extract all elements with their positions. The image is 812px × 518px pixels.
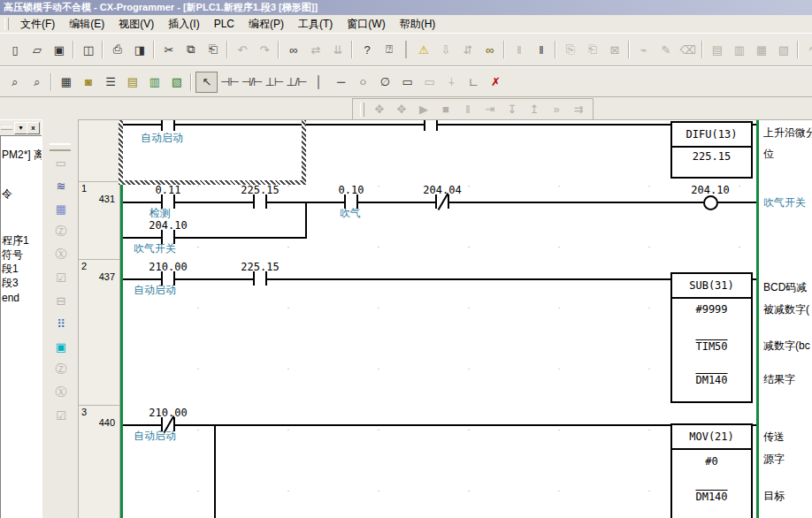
menu-edit[interactable]: 编辑(E) bbox=[62, 15, 111, 34]
multi-find-icon[interactable]: ⇊ bbox=[327, 40, 348, 59]
frame-check-icon[interactable]: ☑ bbox=[50, 406, 71, 425]
pan-hand-icon[interactable]: ✥ bbox=[369, 100, 389, 119]
connect-tool-icon[interactable]: ∟ bbox=[463, 72, 484, 92]
horizontal-tool-icon[interactable]: ─ bbox=[331, 72, 351, 92]
sim-fast-forward-icon[interactable]: » bbox=[546, 100, 566, 119]
sim-run-icon[interactable]: ▶ bbox=[413, 100, 433, 119]
compile-check-icon[interactable]: ◫ bbox=[78, 40, 98, 59]
watch-check-icon[interactable]: ☑ bbox=[50, 268, 71, 287]
new-file-icon[interactable]: ▯ bbox=[4, 40, 25, 59]
sim-step-run-icon[interactable]: ⇥ bbox=[479, 100, 500, 119]
menu-program[interactable]: 编程(P) bbox=[241, 15, 291, 34]
zoom-in-icon[interactable]: ⌕ bbox=[4, 72, 25, 92]
differential-monitor-icon[interactable]: ∿ bbox=[802, 40, 812, 59]
watch-z-icon[interactable]: Ⓩ bbox=[50, 222, 71, 241]
save-project-icon[interactable]: ▣ bbox=[49, 40, 69, 59]
page-delete-icon[interactable]: ⊠ bbox=[604, 40, 624, 59]
tree-item-section1[interactable]: 段1 bbox=[2, 262, 19, 277]
tree-item-symbols[interactable]: 符号 bbox=[2, 248, 23, 263]
project-tree[interactable]: PM2*] 离 令 程序1 符号 段1 段3 end bbox=[0, 135, 42, 518]
sim-pause-icon[interactable]: ‖ bbox=[457, 100, 478, 119]
search-replace-icon[interactable]: ⇄ bbox=[305, 40, 326, 59]
print-preview-icon[interactable]: ◨ bbox=[129, 40, 149, 59]
transfer-to-plc-icon[interactable]: ⇩ bbox=[435, 40, 456, 59]
watch-x-icon[interactable]: Ⓧ bbox=[50, 245, 71, 264]
rung-annotation-icon[interactable]: ☰ bbox=[100, 72, 120, 92]
window-title-bar[interactable]: 高压锁模手动不合模 - CX-Programmer - [新PLC1.新程序1.… bbox=[0, 0, 812, 15]
grid-dots-icon[interactable]: ▦ bbox=[50, 199, 71, 218]
rung2-contact-2[interactable] bbox=[253, 271, 267, 286]
io-comment-view-icon[interactable]: ▤ bbox=[122, 72, 142, 92]
online-edit-send-icon[interactable]: ⌁ bbox=[633, 40, 654, 59]
new-closed-contact-icon[interactable]: ⊣/⊢ bbox=[241, 72, 262, 92]
find-error-icon[interactable]: ∞ bbox=[479, 40, 500, 59]
page-up-copy-icon[interactable]: ⎗ bbox=[582, 40, 602, 59]
tree-item-commands[interactable]: 令 bbox=[2, 187, 12, 202]
panel-collapse-button[interactable]: ▾ bbox=[14, 122, 27, 134]
paste-icon[interactable]: ⎗ bbox=[203, 40, 223, 59]
block-view-icon[interactable]: ▧ bbox=[166, 72, 187, 92]
new-instruction-icon[interactable]: ▭ bbox=[397, 72, 417, 92]
panel-caption[interactable]: ▾ x bbox=[0, 119, 42, 136]
online-edit-begin-icon[interactable]: ✎ bbox=[655, 40, 676, 59]
monitor-mem-1-icon[interactable]: ▤ bbox=[707, 40, 727, 59]
new-or-contact-icon[interactable]: ⊥⊢ bbox=[264, 72, 284, 92]
delete-connect-tool-icon[interactable]: ✗ bbox=[486, 72, 506, 92]
copy-icon[interactable]: ⧉ bbox=[180, 40, 201, 59]
sim-stop-icon[interactable]: ■ bbox=[435, 100, 456, 119]
rung-header-3[interactable]: 3 440 bbox=[79, 406, 120, 518]
pan-hand-stop-icon[interactable]: ✥ bbox=[391, 100, 411, 119]
frame-z-icon[interactable]: Ⓩ bbox=[50, 360, 71, 379]
monitor-mem-4-icon[interactable]: ▧ bbox=[773, 40, 793, 59]
monitor-mem-3-icon[interactable]: ▦ bbox=[751, 40, 771, 59]
grid-toggle-icon[interactable]: ▦ bbox=[56, 72, 76, 92]
new-closed-coil-icon[interactable]: ∅ bbox=[375, 72, 395, 92]
menu-tools[interactable]: 工具(T) bbox=[291, 15, 340, 34]
plc-monitor-icon[interactable]: ▣ bbox=[50, 337, 71, 356]
rung-header-0[interactable] bbox=[79, 120, 120, 182]
new-plc-instruction-icon[interactable]: ▭ bbox=[419, 72, 440, 92]
tree-item-program1[interactable]: 程序1 bbox=[2, 233, 29, 248]
sim-step-out-icon[interactable]: ↥ bbox=[524, 100, 544, 119]
ladder-editor[interactable]: 1 431 2 437 3 440 自动启动 DIFU(13) 225.15 上… bbox=[78, 119, 812, 518]
menu-window[interactable]: 窗口(W) bbox=[340, 15, 392, 34]
vertical-tool-icon[interactable]: │ bbox=[309, 72, 329, 92]
panel-close-button[interactable]: x bbox=[27, 122, 40, 134]
print-icon[interactable]: ⎙ bbox=[107, 40, 127, 59]
tree-item-plc[interactable]: PM2*] 离 bbox=[2, 148, 42, 163]
address-blocks-icon[interactable]: ⠿ bbox=[50, 314, 71, 333]
compile-warning-icon[interactable]: ⚠ bbox=[413, 40, 433, 59]
compare-with-plc-icon[interactable]: ⇵ bbox=[457, 40, 478, 59]
find-icon[interactable]: ∞ bbox=[283, 40, 303, 59]
rung1-closed-contact-4[interactable] bbox=[435, 194, 449, 209]
rung-header-2[interactable]: 2 437 bbox=[79, 260, 120, 406]
tree-item-end[interactable]: end bbox=[2, 292, 19, 304]
pause-icon[interactable]: ‖ bbox=[531, 40, 551, 59]
monitor-mem-2-icon[interactable]: ▥ bbox=[729, 40, 749, 59]
invert-tool-icon[interactable]: ⍭ bbox=[441, 72, 462, 92]
difu-instruction-block[interactable]: DIFU(13) 225.15 bbox=[670, 121, 753, 179]
new-coil-icon[interactable]: ○ bbox=[353, 72, 373, 92]
menu-help[interactable]: 帮助(H) bbox=[393, 15, 443, 34]
tree-item-section3[interactable]: 段3 bbox=[2, 276, 19, 291]
sim-run-to-end-icon[interactable]: ⇉ bbox=[568, 100, 588, 119]
menu-insert[interactable]: 插入(I) bbox=[161, 15, 206, 34]
toolbar-grip[interactable] bbox=[360, 103, 364, 117]
new-contact-icon[interactable]: ⊣⊢ bbox=[219, 72, 240, 92]
rung0-contact-2[interactable] bbox=[424, 119, 438, 131]
mov-instruction-block[interactable]: MOV(21) #0 DM140 bbox=[670, 423, 753, 518]
pause-monitor-icon[interactable]: ‖ bbox=[509, 40, 529, 59]
zoom-out-icon[interactable]: ⌕ bbox=[27, 72, 47, 92]
monitor-view-icon[interactable]: ▥ bbox=[144, 72, 165, 92]
undo-icon[interactable]: ↶ bbox=[232, 40, 252, 59]
redo-icon[interactable]: ↷ bbox=[254, 40, 274, 59]
rung1-output-coil[interactable] bbox=[703, 195, 718, 210]
menu-grip[interactable] bbox=[4, 18, 9, 30]
float-window-icon[interactable]: ▭ bbox=[50, 153, 71, 172]
menu-view[interactable]: 视图(V) bbox=[111, 15, 161, 34]
download-stack-icon[interactable]: ≋ bbox=[50, 176, 71, 195]
sim-step-in-icon[interactable]: ↧ bbox=[502, 100, 522, 119]
rung1-contact-2[interactable] bbox=[253, 194, 267, 209]
cut-icon[interactable]: ✂ bbox=[158, 40, 179, 59]
select-tool-icon[interactable]: ↖ bbox=[195, 72, 218, 93]
